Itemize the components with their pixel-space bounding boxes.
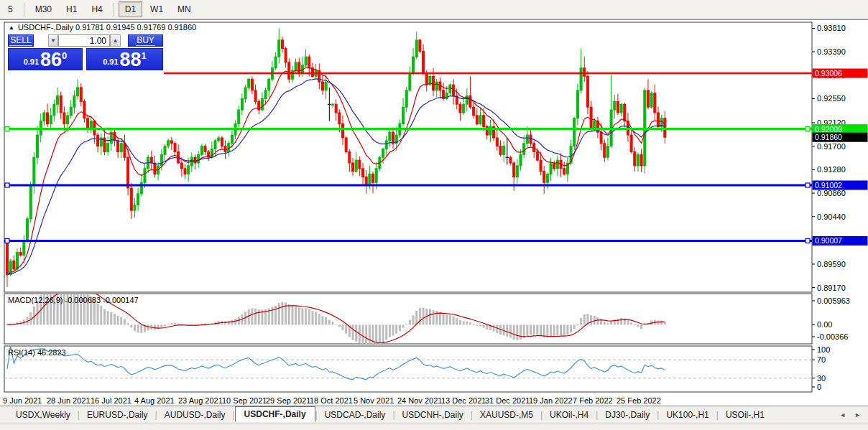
macd-histogram-bar [606, 323, 609, 324]
macd-histogram-bar [134, 324, 136, 331]
timeframe-toolbar: 5M30H1H4D1W1MN [0, 0, 868, 19]
candle [268, 79, 270, 90]
chart-tab-dj30-daily[interactable]: DJ30-,Daily [598, 408, 657, 422]
macd-histogram-bar [423, 308, 425, 325]
chart-tab-uk100-h1[interactable]: UK100-,H1 [659, 408, 716, 422]
candle [479, 116, 481, 124]
macd-histogram-bar [315, 312, 317, 325]
macd-histogram-bar [660, 321, 662, 325]
candle [137, 194, 139, 205]
tab-scroll-right-icon[interactable]: ► [854, 411, 861, 419]
candle [530, 135, 532, 144]
candle [57, 96, 59, 105]
svg-text:0.91002: 0.91002 [815, 181, 842, 190]
svg-text:0.92009: 0.92009 [815, 125, 842, 134]
macd-histogram-bar [140, 324, 142, 333]
candle [617, 101, 619, 113]
candle [459, 104, 461, 113]
sell-button[interactable]: SELL [8, 34, 34, 47]
candle [352, 163, 354, 172]
candle [546, 174, 548, 183]
tab-scroll-left-icon[interactable]: ◄ [839, 411, 846, 419]
candle [473, 107, 475, 116]
chart-tab-usdcad-daily[interactable]: USDCAD-,Daily [318, 408, 393, 422]
volume-decrease-button[interactable]: ▼ [48, 34, 58, 47]
chart-tab-ukoil-h4[interactable]: UKOil-,H4 [542, 408, 596, 422]
svg-text:7 Feb 2022: 7 Feb 2022 [573, 396, 613, 405]
candle [640, 154, 642, 166]
svg-text:31 Dec 2021: 31 Dec 2021 [485, 396, 530, 405]
chart-tab-usdchf-daily[interactable]: USDCHF-,Daily [235, 406, 315, 422]
macd-histogram-bar [352, 324, 354, 340]
chart-tabs: USDX,Weekly|EURUSD-,Daily|AUDUSD-,Daily|… [9, 407, 772, 423]
macd-histogram-bar [469, 322, 471, 324]
macd-histogram-bar [318, 314, 320, 324]
chart-tab-usoil-h1[interactable]: USOil-,H1 [719, 408, 772, 422]
candle [188, 166, 190, 174]
candle [520, 154, 522, 166]
svg-text:100: 100 [817, 345, 830, 354]
timeframe-button-m30[interactable]: M30 [29, 1, 58, 17]
candle [503, 146, 505, 155]
timeframe-button-w1[interactable]: W1 [144, 1, 170, 17]
rsi-label: RSI(14) 46.2823 [8, 348, 66, 357]
macd-histogram-bar [576, 324, 578, 324]
timeframe-button-h4[interactable]: H4 [85, 1, 108, 17]
candle [338, 113, 341, 124]
macd-histogram-bar [167, 324, 170, 325]
candle [499, 146, 502, 155]
timeframe-button-d1[interactable]: D1 [119, 1, 142, 17]
candle [321, 82, 323, 90]
candle [516, 166, 518, 177]
line-handle [5, 183, 9, 187]
macd-histogram-bar [298, 307, 300, 324]
chart-tab-eurusd-daily[interactable]: EURUSD-,Daily [80, 408, 155, 422]
macd-histogram-bar [473, 324, 475, 324]
timeframe-button-mn[interactable]: MN [171, 1, 198, 17]
collapse-chart-icon[interactable]: ▲ [9, 24, 14, 31]
macd-histogram-bar [540, 324, 542, 335]
candle [251, 79, 253, 90]
svg-text:4 Aug 2021: 4 Aug 2021 [134, 396, 175, 405]
macd-histogram-bar [321, 316, 323, 324]
volume-increase-button[interactable]: ▲ [110, 34, 121, 47]
volume-input[interactable] [58, 34, 110, 47]
chart-tab-usdx-weekly[interactable]: USDX,Weekly [9, 408, 78, 422]
timeframe-button-h1[interactable]: H1 [60, 1, 83, 17]
sell-price-button[interactable]: 0.91860 [8, 48, 83, 70]
buy-price-button[interactable]: 0.91881 [86, 48, 163, 70]
candle [382, 149, 384, 158]
macd-histogram-bar [301, 308, 303, 324]
macd-histogram-bar [463, 321, 465, 324]
svg-text:70: 70 [817, 355, 826, 364]
candle [580, 68, 582, 90]
line-handle [805, 238, 810, 243]
macd-histogram-bar [124, 319, 126, 324]
chart-tab-audusd-daily[interactable]: AUDUSD-,Daily [157, 408, 233, 422]
buy-button[interactable]: BUY [128, 34, 163, 47]
candle [184, 169, 186, 174]
svg-text:0.93390: 0.93390 [817, 47, 846, 56]
macd-histogram-bar [295, 306, 297, 324]
macd-label: MACD(12,26,9) -0.000683 -0.000147 [8, 296, 139, 304]
candle [308, 57, 310, 68]
macd-histogram-bar [392, 324, 394, 335]
macd-histogram-bar [570, 324, 572, 332]
macd-histogram-bar [610, 322, 612, 325]
candle [657, 113, 659, 126]
candle [154, 163, 156, 174]
candle [526, 135, 528, 144]
macd-histogram-bar [170, 323, 172, 324]
chart-tab-usdcnh-daily[interactable]: USDCNH-,Daily [395, 408, 471, 422]
candle [654, 93, 656, 113]
candle [331, 104, 333, 105]
candle [295, 62, 297, 71]
candle [553, 163, 555, 169]
buy-price-pipette: 1 [142, 50, 147, 61]
svg-text:23 Aug 2021: 23 Aug 2021 [178, 396, 223, 405]
macd-histogram-bar [355, 324, 357, 341]
candle [47, 113, 49, 124]
chart-tab-xauusd-m5[interactable]: XAUUSD-,M5 [473, 408, 540, 422]
candle [433, 76, 435, 90]
timeframe-button-5[interactable]: 5 [1, 1, 19, 17]
